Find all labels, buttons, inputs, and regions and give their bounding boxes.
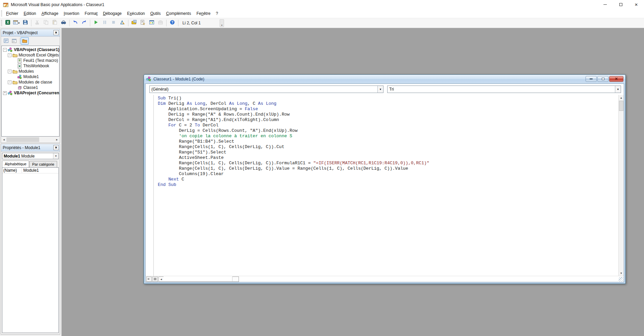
menu-?[interactable]: ? (213, 9, 221, 18)
menubar-grip[interactable] (1, 10, 2, 17)
code-vertical-scrollbar[interactable]: ▲ ▼ (618, 95, 624, 276)
help-button[interactable]: ? (168, 19, 176, 27)
code-line[interactable]: Range("S1").Select (158, 150, 618, 155)
menu-format[interactable]: Format (82, 9, 100, 18)
procedure-dropdown[interactable]: Tri ▼ (387, 86, 621, 93)
reset-button[interactable] (109, 19, 118, 27)
menu-outils[interactable]: Outils (148, 9, 164, 18)
scrollbar-thumb[interactable] (619, 101, 623, 111)
tree-item-vbaproject-concurrents[interactable]: +VBAProject (Concurrents) (2, 90, 59, 96)
close-button[interactable]: ✕ (628, 0, 644, 9)
menu-insertion[interactable]: Insertion (61, 9, 82, 18)
code-text[interactable]: Sub Tri()Dim DerLig As Long, DerCol As L… (154, 96, 618, 188)
scrollbar-thumb[interactable] (164, 277, 232, 281)
code-line[interactable]: DerLig = Cells(Rows.Count, "A").End(xlUp… (158, 128, 618, 134)
paste-button[interactable] (51, 19, 59, 27)
project-horizontal-scrollbar[interactable]: ◄ ► (1, 137, 59, 142)
object-dropdown[interactable]: (Général) ▼ (149, 86, 383, 93)
menu-fentre[interactable]: Fenêtre (194, 9, 213, 18)
break-button[interactable] (101, 19, 109, 27)
code-line[interactable]: Range(Cells(1, C), Cells(DerLig, C)).For… (158, 161, 618, 166)
code-line[interactable]: Range(Cells(1, C), Cells(DerLig, C)).Cut (158, 144, 618, 150)
tree-item-module1[interactable]: Module1 (2, 74, 59, 79)
collapse-icon[interactable]: - (8, 53, 11, 57)
menu-affichage[interactable]: Affichage (39, 9, 61, 18)
tree-item-modules-de-classe[interactable]: -Modules de classe (2, 79, 59, 85)
collapse-icon[interactable]: - (3, 48, 7, 52)
procedure-view-button[interactable] (146, 277, 152, 282)
scroll-up-icon[interactable]: ▲ (619, 95, 624, 100)
toggle-folders-button[interactable] (21, 37, 29, 45)
redo-button[interactable] (80, 19, 88, 27)
dropdown-arrow-icon[interactable]: ▼ (18, 22, 20, 25)
cut-button[interactable] (33, 19, 41, 27)
project-panel-header[interactable]: Projet - VBAProject ✕ (1, 29, 60, 37)
properties-panel-header[interactable]: Propriétés - Module1 ✕ (1, 144, 60, 151)
property-value[interactable]: Module1 (22, 168, 39, 173)
scroll-right-icon[interactable]: ► (54, 137, 59, 142)
code-window-close-button[interactable]: ✕ (609, 76, 623, 82)
tab-categorized[interactable]: Par catégorie (29, 161, 57, 167)
code-line[interactable]: DerCol = Range("A1").End(xlToRight).Colu… (158, 117, 618, 123)
code-line[interactable]: Application.ScreenUpdating = False (158, 106, 618, 112)
full-module-view-button[interactable] (152, 277, 158, 282)
menu-edition[interactable]: Edition (21, 9, 39, 18)
tree-item-classe1[interactable]: Classe1 (2, 85, 59, 90)
code-window-titlebar[interactable]: Classeur1 - Module1 (Code) ✕ (144, 75, 625, 83)
dropdown-arrow-icon[interactable]: ▼ (377, 86, 383, 93)
code-window-minimize-button[interactable] (586, 76, 597, 82)
dropdown-arrow-icon[interactable]: ▼ (53, 153, 58, 159)
toolbar-grip[interactable] (1, 20, 2, 26)
tree-item-modules[interactable]: -Modules (2, 69, 59, 74)
properties-panel-close-button[interactable]: ✕ (53, 145, 59, 150)
scrollbar-thumb[interactable] (6, 137, 39, 142)
code-line[interactable]: ActiveSheet.Paste (158, 155, 618, 161)
code-horizontal-scrollbar[interactable]: ◄ (158, 277, 239, 282)
project-explorer-button[interactable] (130, 19, 138, 27)
scroll-left-icon[interactable]: ◄ (159, 277, 164, 282)
code-window-restore-button[interactable] (597, 76, 609, 82)
collapse-icon[interactable]: - (8, 70, 11, 73)
code-editor[interactable]: Sub Tri()Dim DerLig As Long, DerCol As L… (146, 95, 618, 276)
design-mode-button[interactable] (118, 19, 126, 27)
properties-object-dropdown[interactable]: Module1 Module ▼ (2, 153, 59, 159)
menu-fichier[interactable]: Fichier (3, 9, 21, 18)
minimize-button[interactable] (597, 0, 613, 9)
object-browser-button[interactable] (148, 19, 156, 27)
scroll-down-icon[interactable]: ▼ (619, 270, 624, 276)
code-line[interactable]: Columns(19).Clear (158, 171, 618, 177)
code-line[interactable]: 'on copie la colonne à traiter en colonn… (158, 134, 618, 139)
code-line[interactable]: DerLig = Range("A" & Rows.Count).End(xlU… (158, 112, 618, 117)
menu-dbogage[interactable]: Débogage (100, 9, 124, 18)
code-line[interactable]: Dim DerLig As Long, DerCol As Long, C As… (158, 101, 618, 106)
maximize-button[interactable] (613, 0, 628, 9)
tab-alphabetic[interactable]: Alphabétique (2, 161, 29, 167)
code-line[interactable]: End Sub (158, 182, 618, 188)
view-excel-button[interactable]: X (4, 19, 12, 27)
tree-item-thisworkbook[interactable]: ThisWorkbook (2, 63, 59, 69)
code-line[interactable]: Sub Tri() (158, 96, 618, 101)
project-panel-close-button[interactable]: ✕ (53, 30, 59, 35)
tree-item-vbaproject-classeur1[interactable]: -VBAProject (Classeur1) (2, 47, 59, 52)
toolbar-overflow-button[interactable]: ▾ (220, 19, 224, 27)
undo-button[interactable] (71, 19, 79, 27)
code-margin-bar[interactable] (146, 95, 154, 276)
insert-userform-button[interactable]: ▼ (13, 19, 21, 27)
collapse-icon[interactable]: - (8, 80, 11, 84)
window-resize-grip[interactable] (619, 277, 623, 282)
toolbox-button[interactable] (156, 19, 165, 27)
property-row[interactable]: (Name)Module1 (2, 168, 58, 173)
tree-item-microsoft-excel-objets[interactable]: -Microsoft Excel Objets (2, 52, 59, 58)
find-button[interactable] (59, 19, 68, 27)
save-button[interactable] (21, 19, 29, 27)
view-code-button[interactable] (2, 37, 10, 45)
view-object-button[interactable] (10, 37, 18, 45)
tree-item-feuil1-test-macro[interactable]: Feuil1 (Test macro) (2, 58, 59, 63)
menu-complments[interactable]: Compléments (163, 9, 194, 18)
code-line[interactable]: Next C (158, 177, 618, 182)
code-line[interactable]: For C = 2 To DerCol (158, 123, 618, 128)
run-button[interactable] (92, 19, 100, 27)
code-line[interactable]: Range("B1:B4").Select (158, 139, 618, 144)
properties-window-button[interactable] (139, 19, 147, 27)
code-line[interactable]: Range(Cells(1, C), Cells(DerLig, C)).Val… (158, 166, 618, 171)
